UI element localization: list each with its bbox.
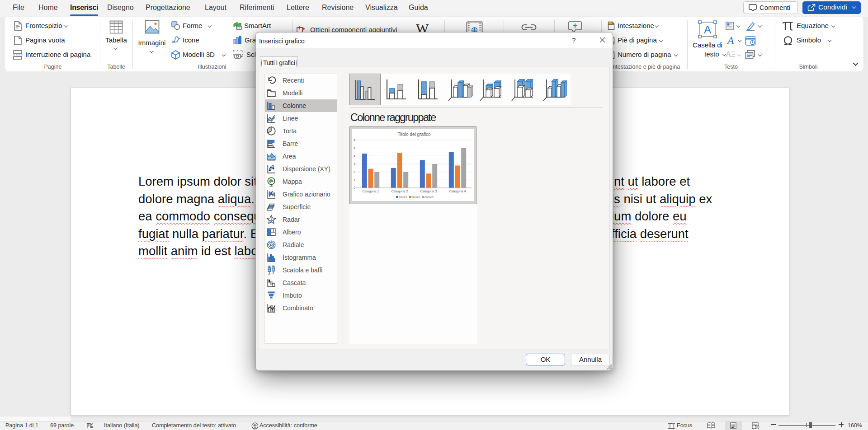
svg-text:A: A (726, 35, 734, 46)
svg-text:Categoria 2: Categoria 2 (391, 189, 408, 193)
svg-text:0: 0 (354, 186, 355, 189)
svg-text:A: A (726, 50, 731, 59)
svg-text:Titolo del grafico: Titolo del grafico (398, 132, 431, 137)
svg-text:A: A (704, 23, 711, 36)
svg-text:3: 3 (354, 162, 355, 165)
svg-text:Serie2: Serie2 (412, 196, 421, 199)
svg-text:6: 6 (354, 138, 355, 141)
svg-text:Categoria 1: Categoria 1 (362, 189, 379, 193)
svg-text:4: 4 (354, 154, 355, 158)
svg-text:Serie1: Serie1 (399, 196, 408, 199)
svg-text:2: 2 (354, 170, 355, 173)
svg-text:Serie3: Serie3 (425, 196, 434, 199)
svg-text:5: 5 (354, 146, 355, 150)
svg-text:Categoria 4: Categoria 4 (449, 189, 466, 193)
svg-text:1: 1 (354, 178, 355, 182)
svg-text:Categoria 3: Categoria 3 (420, 189, 437, 193)
